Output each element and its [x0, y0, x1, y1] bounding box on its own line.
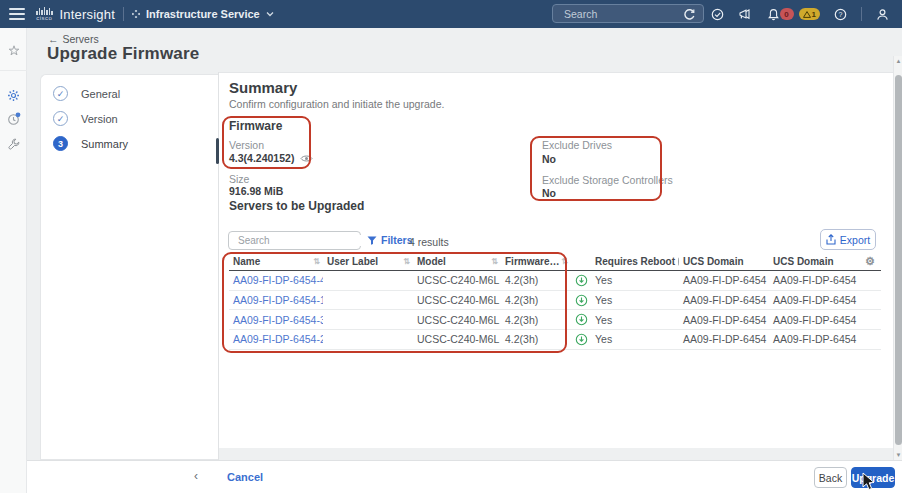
- rail-divider: [0, 70, 27, 71]
- column-header-ucs-domain-1[interactable]: UCS Domain: [679, 256, 769, 267]
- user-avatar-icon[interactable]: [875, 7, 890, 22]
- tasks-check-icon[interactable]: [710, 7, 725, 22]
- filter-funnel-icon: [367, 236, 377, 245]
- column-header-model[interactable]: Model⇅: [413, 256, 501, 267]
- alarms-bell-icon[interactable]: [766, 7, 781, 22]
- ucs-domain-cell: AA09-FI-DP-6454: [769, 333, 861, 345]
- server-name-link[interactable]: AA09-FI-DP-6454-3: [229, 314, 323, 326]
- summary-content-pane: Summary Confirm configuration and initia…: [219, 72, 893, 448]
- recent-activity-clock-icon[interactable]: [6, 111, 21, 126]
- requires-reboot-cell: Yes: [591, 314, 679, 326]
- tools-wrench-icon[interactable]: [6, 136, 21, 151]
- infrastructure-service-icon: [132, 10, 140, 18]
- help-icon[interactable]: ?: [833, 7, 848, 22]
- ucs-domain-cell: AA09-FI-DP-6454: [769, 314, 861, 326]
- table-header-row: Name⇅ User Label⇅ Model⇅ Firmware Versio…: [229, 253, 881, 271]
- export-button[interactable]: Export: [820, 229, 876, 250]
- export-upload-icon: [826, 234, 836, 245]
- column-header-ucs-domain-2[interactable]: UCS Domain: [769, 256, 861, 267]
- warning-triangle-icon: [803, 11, 811, 18]
- firmware-version-cell: 4.2(3h): [501, 294, 571, 306]
- step-label: Version: [81, 113, 118, 125]
- back-button[interactable]: Back: [814, 467, 847, 488]
- table-row[interactable]: AA09-FI-DP-6454-1 UCSC-C240-M6L 4.2(3h) …: [229, 291, 881, 311]
- sort-icon: ⇅: [313, 257, 323, 266]
- scroll-up-arrow-icon[interactable]: ▲: [894, 58, 902, 64]
- server-name-link[interactable]: AA09-FI-DP-6454-2: [229, 333, 323, 345]
- column-settings[interactable]: ⚙: [861, 255, 881, 268]
- filters-button[interactable]: Filters: [367, 234, 413, 246]
- header-divider-2: [861, 7, 862, 21]
- service-switcher[interactable]: Infrastructure Service: [132, 8, 274, 20]
- collapse-panel-chevron-icon[interactable]: ‹: [194, 469, 198, 483]
- cisco-logo: cisco: [36, 7, 53, 21]
- ucs-domain-cell: AA09-FI-DP-6454: [769, 294, 861, 306]
- firmware-heading: Firmware: [229, 119, 282, 133]
- step-summary[interactable]: 3 Summary: [53, 136, 128, 151]
- version-label: Version: [229, 139, 264, 151]
- step-version[interactable]: ✓ Version: [53, 111, 118, 126]
- server-name-link[interactable]: AA09-FI-DP-6454-4: [229, 274, 323, 286]
- sort-icon: ⇅: [491, 257, 501, 266]
- ucs-domain-cell: AA09-FI-DP-6454: [679, 294, 769, 306]
- menu-hamburger-icon[interactable]: [9, 8, 25, 20]
- product-title: Intersight: [60, 7, 115, 22]
- scrollbar-thumb[interactable]: [895, 75, 902, 445]
- vertical-scrollbar[interactable]: ▲ ▼: [893, 56, 902, 460]
- table-search-input[interactable]: [238, 235, 370, 246]
- service-name: Infrastructure Service: [146, 8, 260, 20]
- ucs-domain-cell: AA09-FI-DP-6454: [769, 274, 861, 286]
- step-number-badge: 3: [53, 136, 68, 151]
- server-name-link[interactable]: AA09-FI-DP-6454-1: [229, 294, 323, 306]
- firmware-version-cell: 4.2(3h): [501, 333, 571, 345]
- global-search-input[interactable]: [564, 8, 699, 20]
- requires-reboot-cell: Yes: [591, 274, 679, 286]
- size-value: 916.98 MiB: [229, 185, 283, 197]
- announcements-megaphone-icon[interactable]: [738, 7, 753, 22]
- table-search[interactable]: [228, 231, 361, 250]
- left-icon-rail: [0, 28, 27, 493]
- version-value: 4.3(4.240152): [229, 152, 313, 164]
- ucs-domain-cell: AA09-FI-DP-6454: [679, 314, 769, 326]
- cisco-brand-text: cisco: [36, 15, 52, 21]
- table-body: AA09-FI-DP-6454-4 UCSC-C240-M6L 4.2(3h) …: [229, 271, 881, 350]
- firmware-status-icon: [571, 333, 591, 346]
- step-general[interactable]: ✓ General: [53, 86, 120, 101]
- app-window: cisco Intersight Infrastructure Service: [0, 0, 902, 493]
- column-header-firmware-version[interactable]: Firmware Version⇅: [501, 256, 571, 267]
- eye-icon[interactable]: [300, 154, 313, 163]
- gear-icon[interactable]: ⚙: [865, 255, 875, 268]
- model-cell: UCSC-C240-M6L: [413, 294, 501, 306]
- cancel-link[interactable]: Cancel: [227, 471, 263, 483]
- favorites-star-icon[interactable]: [6, 43, 21, 58]
- firmware-status-icon: [571, 313, 591, 326]
- step-label: General: [81, 88, 120, 100]
- upgrade-button[interactable]: Upgrade: [851, 467, 895, 488]
- table-row[interactable]: AA09-FI-DP-6454-2 UCSC-C240-M6L 4.2(3h) …: [229, 330, 881, 350]
- firmware-version-cell: 4.2(3h): [501, 314, 571, 326]
- svg-text:?: ?: [839, 11, 843, 18]
- warning-alarms-badge[interactable]: 1: [799, 8, 820, 20]
- column-header-name[interactable]: Name⇅: [229, 256, 323, 267]
- scroll-down-arrow-icon[interactable]: ▼: [894, 452, 902, 458]
- firmware-version-cell: 4.2(3h): [501, 274, 571, 286]
- table-row[interactable]: AA09-FI-DP-6454-4 UCSC-C240-M6L 4.2(3h) …: [229, 271, 881, 291]
- exclude-storage-controllers-value: No: [542, 187, 556, 199]
- step-check-icon: ✓: [53, 86, 68, 101]
- wizard-steps-panel: ✓ General ✓ Version 3 Summary: [40, 74, 218, 460]
- header-icons: 0 1 ?: [682, 0, 902, 28]
- firmware-status-icon: [571, 294, 591, 307]
- refresh-icon[interactable]: [682, 7, 697, 22]
- column-header-requires-reboot[interactable]: Requires Rebooti: [591, 256, 679, 267]
- summary-title: Summary: [229, 79, 297, 96]
- critical-alarms-badge[interactable]: 0: [780, 8, 794, 20]
- sort-icon: ⇅: [403, 257, 413, 266]
- model-cell: UCSC-C240-M6L: [413, 333, 501, 345]
- requires-reboot-cell: Yes: [591, 333, 679, 345]
- active-requests-gear-icon[interactable]: [6, 88, 21, 103]
- column-header-user-label[interactable]: User Label⇅: [323, 256, 413, 267]
- servers-table: Name⇅ User Label⇅ Model⇅ Firmware Versio…: [229, 253, 881, 350]
- model-cell: UCSC-C240-M6L: [413, 314, 501, 326]
- table-row[interactable]: AA09-FI-DP-6454-3 UCSC-C240-M6L 4.2(3h) …: [229, 310, 881, 330]
- chevron-down-icon: [266, 10, 274, 18]
